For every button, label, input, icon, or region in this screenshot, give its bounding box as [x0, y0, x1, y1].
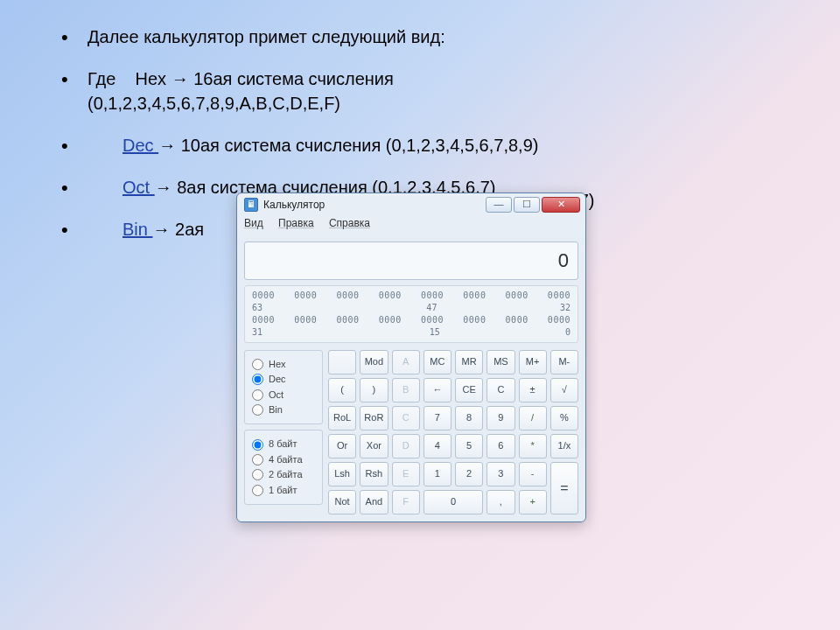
btn-ror[interactable]: RoR [360, 406, 388, 430]
radio-1byte[interactable]: 1 байт [252, 484, 315, 497]
button-grid: Mod A MC MR MS M+ M- ( ) B ← CE C ± √ Ro… [328, 350, 578, 514]
btn-e[interactable]: E [392, 462, 420, 486]
menu-view[interactable]: Вид [244, 217, 263, 229]
btn-mul[interactable]: * [519, 434, 547, 458]
radio-8byte[interactable]: 8 байт [252, 438, 315, 451]
display: 0 [244, 242, 578, 280]
btn-4[interactable]: 4 [424, 434, 452, 458]
menu-edit[interactable]: Правка [278, 217, 314, 229]
radio-2byte[interactable]: 2 байта [252, 468, 315, 481]
oct-link: Oct [122, 178, 155, 197]
radio-bin[interactable]: Bin [252, 403, 315, 416]
btn-2[interactable]: 2 [455, 462, 483, 486]
btn-rsh[interactable]: Rsh [360, 462, 388, 486]
btn-backspace[interactable]: ← [424, 378, 452, 402]
bullet-3-rest: → 10ая система счисления (0,1,2,3,4,5,6,… [158, 136, 538, 155]
bit-index: 32 [560, 302, 570, 314]
bin-link: Bin [122, 220, 152, 239]
btn-mod[interactable]: Mod [360, 350, 388, 374]
btn-a[interactable]: A [392, 350, 420, 374]
btn-f[interactable]: F [392, 490, 420, 514]
bit-index: 63 [252, 302, 262, 314]
bit-nibble: 0000 [506, 314, 528, 326]
bullet-3: Dec → 10ая система счисления (0,1,2,3,4,… [61, 133, 788, 158]
bit-index: 31 [252, 326, 262, 339]
radio-label: Bin [269, 403, 283, 416]
btn-b[interactable]: B [392, 378, 420, 402]
bit-nibble: 0000 [421, 314, 444, 326]
btn-plus[interactable]: + [519, 490, 547, 514]
radio-oct[interactable]: Oct [252, 388, 315, 402]
window-buttons: — ☐ ✕ [486, 197, 580, 213]
btn-not[interactable]: Not [328, 490, 356, 514]
bit-nibble: 0000 [548, 314, 570, 326]
titlebar: 🖩 Калькулятор — ☐ ✕ [237, 193, 585, 214]
btn-9[interactable]: 9 [486, 406, 514, 430]
btn-inv[interactable]: 1/x [550, 434, 578, 458]
btn-7[interactable]: 7 [424, 406, 452, 430]
bit-nibble: 0000 [379, 314, 402, 326]
bullet-1: Далее калькулятор примет следующий вид: [61, 24, 788, 49]
bit-nibble: 0000 [252, 290, 275, 302]
base-radio-group: Hex Dec Oct Bin [244, 350, 323, 425]
radio-dec[interactable]: Dec [252, 373, 315, 386]
bit-nibble: 0000 [294, 314, 317, 326]
bit-nibble: 0000 [463, 290, 486, 302]
menu-help[interactable]: Справка [329, 217, 370, 229]
dec-link: Dec [122, 136, 158, 155]
btn-div[interactable]: / [519, 406, 547, 430]
bit-index: 0 [565, 326, 570, 339]
minimize-button[interactable]: — [486, 197, 512, 213]
btn-0[interactable]: 0 [424, 490, 484, 514]
btn-sqrt[interactable]: √ [550, 378, 578, 402]
bit-nibble: 0000 [337, 314, 360, 326]
btn-lparen[interactable]: ( [328, 378, 356, 402]
radio-label: 8 байт [269, 438, 298, 451]
bit-nibble: 0000 [506, 290, 528, 302]
btn-plusminus[interactable]: ± [519, 378, 547, 402]
bit-nibble: 0000 [463, 314, 486, 326]
btn-mplus[interactable]: M+ [519, 350, 547, 374]
btn-percent[interactable]: % [550, 406, 578, 430]
btn-ce[interactable]: CE [455, 378, 483, 402]
bullet-1-text: Далее калькулятор примет следующий вид: [88, 27, 445, 46]
radio-hex[interactable]: Hex [252, 358, 315, 371]
btn-and[interactable]: And [360, 490, 388, 514]
close-button[interactable]: ✕ [542, 197, 580, 213]
radio-label: 4 байта [269, 453, 303, 466]
btn-mminus[interactable]: M- [550, 350, 578, 374]
btn-minus[interactable]: - [519, 462, 547, 486]
calculator-window: 🖩 Калькулятор — ☐ ✕ Вид Правка Справка 0… [236, 192, 586, 522]
bit-nibble: 0000 [379, 290, 402, 302]
btn-1[interactable]: 1 [424, 462, 452, 486]
bit-nibble: 0000 [252, 314, 275, 326]
btn-comma[interactable]: , [486, 490, 514, 514]
maximize-button[interactable]: ☐ [514, 197, 540, 213]
btn-blank[interactable] [328, 350, 356, 374]
btn-5[interactable]: 5 [455, 434, 483, 458]
btn-d[interactable]: D [392, 434, 420, 458]
btn-lsh[interactable]: Lsh [328, 462, 356, 486]
btn-rol[interactable]: RoL [328, 406, 356, 430]
bit-display: 0000 0000 0000 0000 0000 0000 0000 0000 … [244, 285, 578, 343]
bullet-2-line1: Где Hex → 16ая система счисления [88, 69, 394, 88]
btn-c[interactable]: C [486, 378, 514, 402]
bit-index: 15 [430, 326, 440, 339]
btn-xor[interactable]: Xor [360, 434, 388, 458]
btn-ms[interactable]: MS [486, 350, 514, 374]
bit-nibble: 0000 [337, 290, 360, 302]
btn-mc[interactable]: MC [424, 350, 452, 374]
bit-nibble: 0000 [421, 290, 444, 302]
radio-4byte[interactable]: 4 байта [252, 453, 315, 466]
btn-3[interactable]: 3 [486, 462, 514, 486]
btn-6[interactable]: 6 [486, 434, 514, 458]
btn-rparen[interactable]: ) [360, 378, 388, 402]
btn-hex-c[interactable]: C [392, 406, 420, 430]
btn-mr[interactable]: MR [455, 350, 483, 374]
btn-or[interactable]: Or [328, 434, 356, 458]
menubar: Вид Правка Справка [237, 214, 585, 234]
btn-equals[interactable]: = [550, 462, 578, 514]
btn-8[interactable]: 8 [455, 406, 483, 430]
calculator-body: 0 0000 0000 0000 0000 0000 0000 0000 000… [237, 234, 585, 522]
radio-label: Oct [269, 388, 284, 402]
